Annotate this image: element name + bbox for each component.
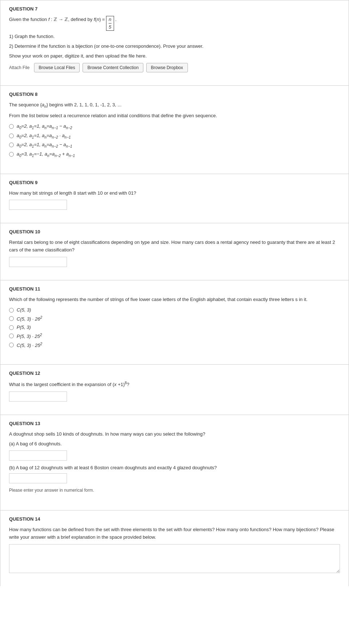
q13-part-a-label: (a) A bag of 6 doughnuts.: [9, 440, 340, 448]
q11-option-2-label: C(5, 3) · 262: [17, 315, 42, 322]
q13-intro-text: A doughnut shop sells 10 kinds of doughn…: [9, 431, 340, 438]
q12-text: What is the largest coefficient in the e…: [9, 380, 340, 389]
floor-bracket: n 5: [106, 16, 114, 31]
question-8-intro: The sequence {an} begins with 2, 1, 1, 0…: [9, 101, 340, 120]
q8-option-4-label: a0=3, a1=−1, an=an−2 + an−1: [17, 151, 75, 158]
q13-note: Please enter your answer in numerical fo…: [9, 488, 340, 493]
browse-dropbox-button[interactable]: Browse Dropbox: [146, 63, 188, 72]
q8-option-4: a0=3, a1=−1, an=an−2 + an−1: [9, 151, 340, 158]
attach-label: Attach File: [9, 65, 30, 70]
q7-part2: 2) Determine if the function is a biject…: [9, 43, 340, 50]
q11-radio-2[interactable]: [9, 316, 14, 321]
question-13-title: QUESTION 13: [9, 421, 340, 426]
question-11-block: QUESTION 11 Which of the following repre…: [0, 280, 349, 364]
q7-part1: 1) Graph the function.: [9, 33, 340, 41]
question-12-block: QUESTION 12 What is the largest coeffici…: [0, 364, 349, 415]
question-14-block: QUESTION 14 How many functions can be de…: [0, 510, 349, 586]
question-12-text: What is the largest coefficient in the e…: [9, 380, 340, 389]
q11-option-5: C(5, 3) · 252: [9, 342, 340, 348]
q11-option-4: P(5, 3) · 252: [9, 333, 340, 339]
question-10-text: Rental cars belong to one of eight class…: [9, 239, 340, 254]
q8-option-1: a0=2, a1=1, an=an−1 − an−2: [9, 123, 340, 130]
question-11-intro: Which of the following represents the nu…: [9, 296, 340, 304]
q11-option-3-label: P(5, 3): [17, 325, 31, 330]
q11-radio-4[interactable]: [9, 334, 14, 338]
question-11-title: QUESTION 11: [9, 286, 340, 292]
question-14-title: QUESTION 14: [9, 516, 340, 522]
q8-radio-2[interactable]: [9, 134, 14, 138]
q11-intro-text: Which of the following represents the nu…: [9, 296, 340, 304]
q8-option-3-label: a0=2, a1=1, an=an−2 − an−1: [17, 142, 72, 148]
q9-answer-input[interactable]: [9, 200, 67, 210]
question-7-block: QUESTION 7 Given the function f : ℤ → ℤ,…: [0, 0, 349, 85]
q8-radio-4[interactable]: [9, 152, 14, 157]
question-8-title: QUESTION 8: [9, 92, 340, 97]
q8-option-3: a0=2, a1=1, an=an−2 − an−1: [9, 142, 340, 148]
q11-option-1: C(5, 3): [9, 307, 340, 313]
q8-description: From the list below select a recurrence …: [9, 112, 340, 120]
q13-answer-a-input[interactable]: [9, 450, 67, 461]
q8-radio-3[interactable]: [9, 143, 14, 147]
q8-radio-1[interactable]: [9, 124, 14, 129]
q12-answer-input[interactable]: [9, 391, 67, 402]
question-14-text: How many functions can be defined from t…: [9, 526, 340, 541]
q10-text: Rental cars belong to one of eight class…: [9, 239, 340, 254]
browse-content-collection-button[interactable]: Browse Content Collection: [83, 63, 143, 72]
q8-option-2-label: a0=2, a1=1, an=an−2 · an−1: [17, 133, 71, 139]
q11-option-4-label: P(5, 3) · 252: [17, 333, 42, 339]
q8-radio-group: a0=2, a1=1, an=an−1 − an−2 a0=2, a1=1, a…: [9, 123, 340, 157]
q11-option-2: C(5, 3) · 262: [9, 315, 340, 322]
question-9-text: How many bit strings of length 8 start w…: [9, 190, 340, 197]
q13-part-b-row: (b) A bag of 12 doughnuts with at least …: [9, 465, 340, 470]
question-7-intro: Given the function f : ℤ → ℤ, defined by…: [9, 16, 340, 60]
question-13-intro: A doughnut shop sells 10 kinds of doughn…: [9, 431, 340, 448]
q11-option-3: P(5, 3): [9, 325, 340, 330]
fraction-line: [109, 23, 111, 24]
question-12-title: QUESTION 12: [9, 370, 340, 376]
q14-answer-textarea[interactable]: [9, 544, 340, 573]
q9-text: How many bit strings of length 8 start w…: [9, 190, 340, 197]
q11-radio-3[interactable]: [9, 325, 14, 330]
q11-radio-1[interactable]: [9, 308, 14, 313]
q8-option-2: a0=2, a1=1, an=an−2 · an−1: [9, 133, 340, 139]
question-7-title: QUESTION 7: [9, 6, 340, 12]
question-10-title: QUESTION 10: [9, 229, 340, 234]
attach-file-row: Attach File Browse Local Files Browse Co…: [9, 63, 340, 72]
question-13-block: QUESTION 13 A doughnut shop sells 10 kin…: [0, 415, 349, 510]
q11-radio-5[interactable]: [9, 343, 14, 347]
q13-part-b-label: (b) A bag of 12 doughnuts with at least …: [9, 465, 340, 470]
q14-text: How many functions can be defined from t…: [9, 526, 340, 541]
browse-local-files-button[interactable]: Browse Local Files: [34, 63, 80, 72]
q7-formula-text: Given the function f : ℤ → ℤ, defined by…: [9, 16, 340, 31]
q8-option-1-label: a0=2, a1=1, an=an−1 − an−2: [17, 123, 72, 130]
q7-part3: Show your work on paper, digitize it, an…: [9, 52, 340, 60]
question-9-block: QUESTION 9 How many bit strings of lengt…: [0, 174, 349, 223]
q8-sequence-intro: The sequence {an} begins with 2, 1, 1, 0…: [9, 101, 340, 110]
question-8-block: QUESTION 8 The sequence {an} begins with…: [0, 85, 349, 174]
q11-radio-group: C(5, 3) C(5, 3) · 262 P(5, 3) P(5, 3) · …: [9, 307, 340, 348]
q11-option-1-label: C(5, 3): [17, 307, 31, 313]
q10-answer-input[interactable]: [9, 257, 67, 267]
q13-answer-b-input[interactable]: [9, 473, 67, 483]
q11-option-5-label: C(5, 3) · 252: [17, 342, 42, 348]
question-9-title: QUESTION 9: [9, 180, 340, 185]
question-10-block: QUESTION 10 Rental cars belong to one of…: [0, 223, 349, 280]
